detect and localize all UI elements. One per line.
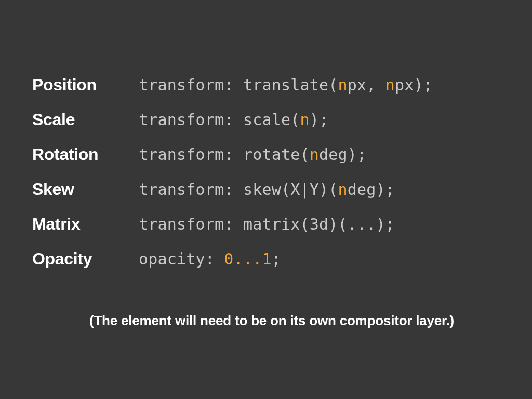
code-matrix: transform: matrix(3d)(...); [139, 215, 511, 233]
code-variable: n [300, 111, 309, 129]
label-scale: Scale [32, 110, 139, 129]
code-variable: n [338, 76, 348, 94]
code-variable: n [385, 76, 395, 94]
code-text: px, [348, 76, 385, 94]
label-rotation: Rotation [32, 145, 139, 164]
code-text: deg); [319, 145, 366, 164]
code-text: transform: rotate( [139, 145, 310, 164]
code-variable: 0...1 [224, 250, 271, 268]
code-skew: transform: skew(X|Y)(ndeg); [139, 180, 511, 198]
code-rotation: transform: rotate(ndeg); [139, 145, 511, 164]
code-text: transform: matrix(3d)(...); [139, 215, 395, 233]
code-text: opacity: [139, 250, 224, 268]
code-scale: transform: scale(n); [139, 111, 511, 129]
property-table: Positiontransform: translate(npx, npx);S… [32, 75, 511, 269]
code-text: ; [272, 250, 281, 268]
code-opacity: opacity: 0...1; [139, 250, 511, 268]
code-text: transform: translate( [139, 76, 338, 94]
code-variable: n [338, 180, 348, 198]
code-text: ); [310, 111, 329, 129]
code-text: transform: skew(X|Y)( [139, 180, 338, 198]
code-position: transform: translate(npx, npx); [139, 76, 511, 94]
label-opacity: Opacity [32, 249, 139, 269]
code-text: transform: scale( [139, 111, 300, 129]
code-text: px); [395, 76, 433, 94]
label-position: Position [32, 75, 139, 95]
code-text: deg); [348, 180, 395, 198]
label-skew: Skew [32, 180, 139, 199]
footnote: (The element will need to be on its own … [32, 313, 511, 329]
code-variable: n [310, 145, 319, 164]
label-matrix: Matrix [32, 215, 139, 234]
